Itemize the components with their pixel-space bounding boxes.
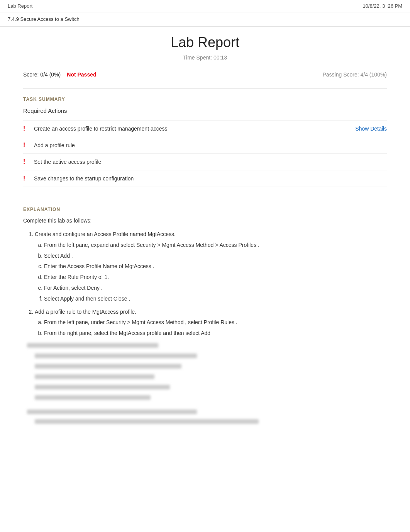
action-icon: ! bbox=[23, 175, 29, 182]
sub-steps: From the left pane, under Security > Mgm… bbox=[35, 318, 387, 338]
passing-score: Passing Score: 4/4 (100%) bbox=[322, 71, 387, 78]
action-text: Set the active access profile bbox=[34, 159, 387, 165]
breadcrumb-text: 7.4.9 Secure Access to a Switch bbox=[8, 16, 80, 22]
sub-step-item: From the right pane, select the MgtAcces… bbox=[44, 329, 387, 338]
action-item: !Add a profile rule bbox=[23, 137, 387, 153]
action-item: !Save changes to the startup configurati… bbox=[23, 170, 387, 187]
divider-1 bbox=[23, 88, 387, 89]
score-row: Score: 0/4 (0%) Not Passed Passing Score… bbox=[23, 68, 387, 81]
action-icon: ! bbox=[23, 125, 29, 132]
blurred-content bbox=[27, 342, 387, 428]
sub-step-item: Select Apply and then select Close . bbox=[44, 294, 387, 304]
breadcrumb: 7.4.9 Secure Access to a Switch bbox=[0, 12, 410, 27]
sub-step-item: Enter the Access Profile Name of MgtAcce… bbox=[44, 262, 387, 271]
actions-list: !Create an access profile to restrict ma… bbox=[23, 120, 387, 187]
show-details-link[interactable]: Show Details bbox=[355, 126, 387, 132]
action-icon: ! bbox=[23, 158, 29, 165]
sub-steps: From the left pane, expand and select Se… bbox=[35, 241, 387, 304]
action-text: Add a profile rule bbox=[34, 142, 387, 148]
sub-step-item: From the left pane, expand and select Se… bbox=[44, 241, 387, 250]
sub-step-item: Select Add . bbox=[44, 252, 387, 261]
time-spent: Time Spent: 00:13 bbox=[23, 54, 387, 61]
step-item: Create and configure an Access Profile n… bbox=[35, 230, 387, 304]
explanation-section: EXPLANATION Complete this lab as follows… bbox=[23, 207, 387, 428]
sub-step-item: For Action, select Deny . bbox=[44, 284, 387, 293]
action-item: !Create an access profile to restrict ma… bbox=[23, 120, 387, 137]
action-text: Save changes to the startup configuratio… bbox=[34, 175, 387, 182]
top-bar: Lab Report 10/8/22, 3 :26 PM bbox=[0, 0, 410, 12]
sub-step-item: Enter the Rule Priority of 1. bbox=[44, 273, 387, 282]
task-summary-title: TASK SUMMARY bbox=[23, 97, 387, 102]
app-name: Lab Report bbox=[8, 3, 32, 9]
step-item: Add a profile rule to the MgtAccess prof… bbox=[35, 308, 387, 338]
sub-step-item: From the left pane, under Security > Mgm… bbox=[44, 318, 387, 327]
explanation-title: EXPLANATION bbox=[23, 207, 387, 212]
main-content: Lab Report Time Spent: 00:13 Score: 0/4 … bbox=[0, 27, 410, 436]
action-item: !Set the active access profile bbox=[23, 153, 387, 170]
divider-2 bbox=[23, 195, 387, 195]
score-text: Score: 0/4 (0%) bbox=[23, 71, 61, 78]
task-summary-section: TASK SUMMARY Required Actions !Create an… bbox=[23, 97, 387, 187]
score-left: Score: 0/4 (0%) Not Passed bbox=[23, 71, 97, 78]
instructions-list: Create and configure an Access Profile n… bbox=[23, 230, 387, 428]
status-badge: Not Passed bbox=[67, 71, 96, 78]
action-text: Create an access profile to restrict man… bbox=[34, 126, 351, 132]
page-title: Lab Report bbox=[23, 34, 387, 51]
required-actions-title: Required Actions bbox=[23, 107, 387, 114]
timestamp: 10/8/22, 3 :26 PM bbox=[363, 3, 402, 9]
explanation-intro: Complete this lab as follows: bbox=[23, 218, 387, 224]
action-icon: ! bbox=[23, 142, 29, 149]
